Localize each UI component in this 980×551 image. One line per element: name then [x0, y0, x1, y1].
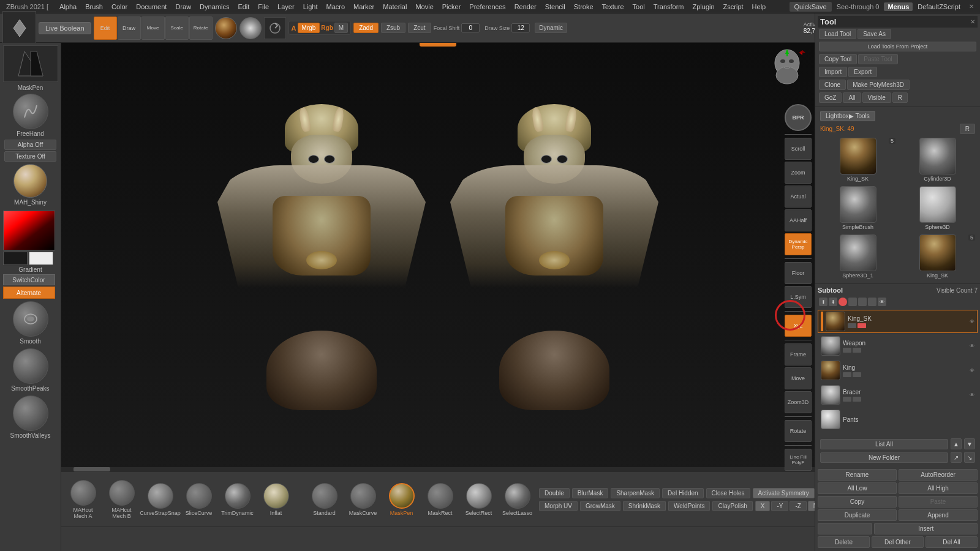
- subtool-pants[interactable]: Pants: [818, 408, 978, 431]
- scale-button[interactable]: Scale: [165, 17, 189, 40]
- menu-item-marker[interactable]: Marker: [350, 2, 378, 12]
- maskcurve-button[interactable]: MaskCurve: [346, 482, 380, 517]
- focal-shift-value[interactable]: 0: [461, 23, 480, 32]
- subtool-bracer[interactable]: Bracer 👁: [818, 383, 978, 407]
- selectrect-button[interactable]: SelectRect: [462, 482, 496, 517]
- inflat-button[interactable]: Inflat: [259, 482, 293, 517]
- bracer-slider[interactable]: [843, 397, 851, 402]
- copy-tool-button[interactable]: Copy Tool: [819, 54, 857, 64]
- shrinkmask-button[interactable]: ShrinkMask: [623, 501, 666, 511]
- floor-button[interactable]: Floor: [785, 262, 812, 284]
- mahcut-mech-b-button[interactable]: MAHcut Mech B: [105, 479, 138, 520]
- brush-icon[interactable]: [2, 11, 36, 45]
- growmask-button[interactable]: GrowMask: [580, 501, 620, 511]
- make-polymesh-button[interactable]: Make PolyMesh3D: [847, 80, 910, 90]
- subtool-king[interactable]: King 👁: [818, 359, 978, 382]
- sphere3d-tool-thumb[interactable]: Sphere3D: [899, 185, 976, 231]
- menu-item-dynamics[interactable]: Dynamics: [196, 2, 233, 12]
- weapon-slider[interactable]: [843, 348, 851, 353]
- material-ball[interactable]: [215, 17, 237, 39]
- menu-item-brush[interactable]: Brush: [81, 2, 107, 12]
- subtool-kingsk[interactable]: King_SK 👁: [818, 310, 978, 333]
- quicksave-button[interactable]: QuickSave: [790, 2, 832, 12]
- sharpenmask-button[interactable]: SharpenMask: [611, 488, 660, 498]
- curvesnap-button[interactable]: CurveStrapSnap: [143, 482, 177, 517]
- slicecurve-button[interactable]: SliceCurve: [182, 482, 216, 517]
- smoothvalleys-brush[interactable]: SmoothValleys: [3, 394, 58, 440]
- m-button[interactable]: M: [334, 23, 348, 33]
- viewport-scrollbar[interactable]: [61, 467, 815, 471]
- alternate-button[interactable]: Alternate: [3, 287, 55, 299]
- rename-button[interactable]: Rename: [818, 469, 897, 481]
- menu-item-picker[interactable]: Picker: [439, 2, 465, 12]
- menu-item-stencil[interactable]: Stencil: [541, 2, 569, 12]
- folder-arrow1[interactable]: ↗: [951, 452, 962, 463]
- eye-toggle[interactable]: 👁: [970, 319, 974, 324]
- king-slider[interactable]: [843, 372, 851, 377]
- smooth-brush[interactable]: Smooth: [3, 300, 58, 346]
- aahalf-button[interactable]: AAHalf: [785, 209, 812, 231]
- sub-color-dot[interactable]: [858, 323, 866, 328]
- linefill-button[interactable]: Line FillPolyF: [785, 449, 812, 471]
- sphere-preview[interactable]: [239, 17, 262, 39]
- save-as-button[interactable]: Save As: [858, 29, 891, 39]
- color-picker[interactable]: [3, 211, 55, 250]
- menu-item-document[interactable]: Document: [132, 2, 170, 12]
- sym-y-button[interactable]: -Y: [771, 501, 788, 511]
- xyz-button[interactable]: Xyz: [785, 315, 812, 337]
- mahcut-mech-a-button[interactable]: MAHcut Mech A: [66, 479, 100, 520]
- menu-item-zplugin[interactable]: Zplugin: [689, 2, 718, 12]
- lsym-button[interactable]: L.Sym: [785, 286, 812, 308]
- sym-x-button[interactable]: X: [755, 501, 771, 511]
- menu-item-stroke[interactable]: Stroke: [570, 2, 597, 12]
- r-right-button[interactable]: R: [960, 124, 975, 134]
- standard-button[interactable]: Standard: [307, 482, 341, 517]
- all-button[interactable]: All: [843, 92, 861, 103]
- maskrect-button[interactable]: MaskRect: [423, 482, 457, 517]
- clone-button[interactable]: Clone: [819, 80, 846, 90]
- menu-item-transform[interactable]: Transform: [650, 2, 688, 12]
- paste-tool-button[interactable]: Paste Tool: [858, 54, 898, 64]
- close-button[interactable]: ✕: [965, 2, 978, 11]
- sub-color-red[interactable]: [839, 298, 847, 306]
- eye-icon[interactable]: 👁: [878, 298, 886, 306]
- menu-item-zscript[interactable]: Zscript: [720, 2, 747, 12]
- texture-off-button[interactable]: Texture Off: [4, 151, 56, 162]
- mrgb-button[interactable]: Mrgb: [298, 23, 320, 33]
- sub-ctrl-2[interactable]: ⬇: [829, 298, 837, 306]
- freehand-brush[interactable]: FreeHand: [3, 92, 58, 138]
- king-eye[interactable]: 👁: [970, 368, 974, 373]
- claypolish-button[interactable]: ClayPolish: [712, 501, 752, 511]
- sub-ctrl-4[interactable]: [858, 298, 867, 306]
- cylinder3d-tool-thumb[interactable]: Cylinder3D: [899, 137, 976, 183]
- menu-item-help[interactable]: Help: [748, 2, 770, 12]
- sphere3d1-tool-thumb[interactable]: Sphere3D_1: [819, 233, 897, 280]
- insert-button[interactable]: Insert: [874, 523, 978, 534]
- goz-button[interactable]: GoZ: [819, 92, 842, 103]
- folder-arrow2[interactable]: ↘: [964, 452, 975, 463]
- dynamic-button[interactable]: Dynamic: [535, 23, 567, 33]
- menu-item-alpha[interactable]: Alpha: [56, 2, 80, 12]
- maskpen-button[interactable]: MaskPen: [385, 482, 418, 517]
- move-button[interactable]: Move: [141, 17, 165, 40]
- paste-button[interactable]: Paste: [899, 496, 978, 508]
- switch-color-button[interactable]: SwitchColor: [3, 274, 55, 285]
- sub-slider[interactable]: [848, 323, 856, 328]
- draw-size-value[interactable]: 12: [511, 23, 530, 32]
- weldpoints-button[interactable]: WeldPoints: [668, 501, 710, 511]
- del-all-button[interactable]: Del All: [925, 536, 978, 548]
- menu-item-movie[interactable]: Movie: [412, 2, 437, 12]
- material-item[interactable]: MAH_Shiny: [3, 163, 58, 207]
- selectlasso-button[interactable]: SelectLasso: [500, 482, 534, 517]
- autoreorder-button[interactable]: AutoReorder: [899, 469, 978, 481]
- zoom3d-button[interactable]: Zoom3D: [785, 391, 812, 413]
- activate-symmetry-button[interactable]: Activate Symmetry: [753, 488, 815, 498]
- menus-button[interactable]: Menus: [884, 2, 913, 11]
- copy-button[interactable]: Copy: [818, 496, 897, 508]
- delhidden-button[interactable]: Del Hidden: [662, 488, 703, 498]
- menu-item-draw[interactable]: Draw: [172, 2, 195, 12]
- down-arrow-button[interactable]: ▼: [964, 438, 975, 449]
- zsub-button[interactable]: Zsub: [381, 23, 405, 33]
- kingsk2-tool-thumb[interactable]: 5 King_SK: [899, 233, 976, 280]
- export-button[interactable]: Export: [848, 67, 877, 77]
